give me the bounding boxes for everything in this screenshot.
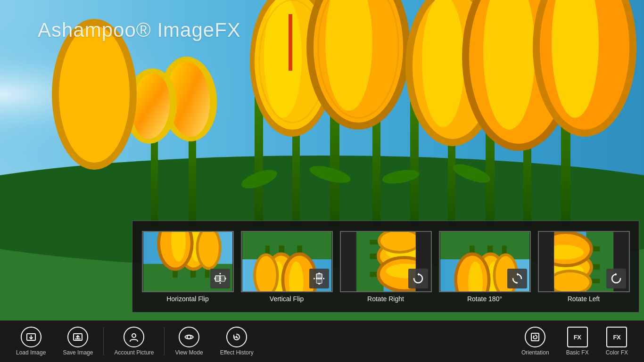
horizontal-flip-label: Horizontal Flip [166,295,208,303]
rotate-left-thumb [538,231,630,292]
svg-rect-4 [255,94,263,226]
color-fx-icon: FX [606,327,627,347]
view-mode-label: View Mode [175,349,203,356]
save-image-label: Save Image [63,349,93,356]
toolbar: Load Image Save Image Account Picture [0,321,644,362]
basic-fx-text: FX [574,334,581,341]
rotate-right-item[interactable]: Rotate Right [338,231,433,303]
rotate-right-icon [408,269,428,288]
svg-rect-22 [289,14,292,71]
view-icon [179,327,199,347]
svg-point-38 [59,26,130,163]
account-picture-button[interactable]: Account Picture [106,321,162,362]
basic-fx-icon: FX [567,327,588,347]
svg-rect-60 [221,276,225,281]
svg-line-127 [237,337,238,338]
load-image-button[interactable]: Load Image [8,321,54,362]
transform-panel: Horizontal Flip [132,221,639,313]
divider-2 [164,327,165,355]
load-icon [21,327,41,347]
orientation-icon [525,327,545,347]
rotate-right-label: Rotate Right [367,295,404,303]
svg-rect-78 [316,279,322,283]
rotate-180-icon [507,269,527,288]
orientation-label: Orientation [521,349,549,356]
svg-rect-59 [215,276,220,281]
view-mode-button[interactable]: View Mode [166,321,211,362]
rotate-180-label: Rotate 180° [467,295,502,303]
basic-fx-button[interactable]: FX Basic FX [558,321,597,362]
save-icon [67,327,88,347]
load-image-label: Load Image [16,349,46,356]
flip-h-icon [210,269,230,288]
vertical-flip-thumb [241,231,333,292]
svg-rect-77 [316,274,322,278]
svg-marker-92 [418,273,420,276]
rotate-180-thumb [439,231,531,292]
effect-history-button[interactable]: Effect History [212,321,262,362]
vertical-flip-label: Vertical Flip [270,295,304,303]
svg-marker-106 [517,273,519,276]
rotate-left-label: Rotate Left [568,295,600,303]
vertical-flip-item[interactable]: Vertical Flip [239,231,334,303]
rotate-180-item[interactable]: Rotate 180° [437,231,532,303]
account-icon [124,327,144,347]
divider-1 [103,327,104,355]
rotate-left-item[interactable]: Rotate Left [536,231,631,303]
color-fx-text: FX [613,334,621,341]
save-image-button[interactable]: Save Image [54,321,101,362]
horizontal-flip-thumb [142,231,234,292]
effect-history-label: Effect History [220,349,254,356]
color-fx-label: Color FX [606,349,628,356]
orientation-button[interactable]: Orientation [513,321,558,362]
horizontal-flip-item[interactable]: Horizontal Flip [140,231,235,303]
color-fx-button[interactable]: FX Color FX [597,321,636,362]
history-icon [226,327,247,347]
svg-marker-121 [614,273,616,276]
svg-point-30 [422,0,464,127]
svg-point-124 [132,334,136,337]
rotate-right-thumb [340,231,432,292]
flip-v-icon [309,269,329,288]
basic-fx-label: Basic FX [566,349,589,356]
account-picture-label: Account Picture [114,349,154,356]
rotate-left-icon [606,269,626,288]
